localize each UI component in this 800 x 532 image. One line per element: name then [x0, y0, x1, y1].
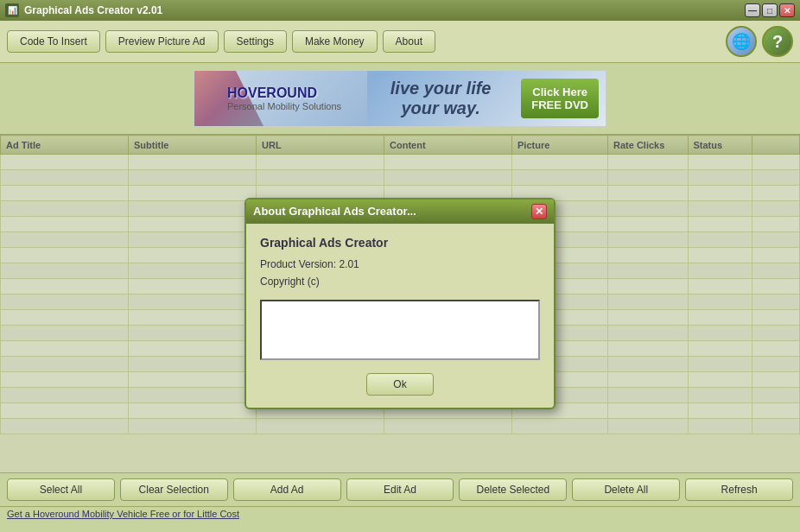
banner-brand: HOVEROUND	[201, 86, 360, 101]
bottom-toolbar: Select All Clear Selection Add Ad Edit A…	[0, 472, 800, 506]
close-button[interactable]: ✕	[779, 3, 795, 17]
banner-image[interactable]: HOVEROUND Personal Mobility Solutions li…	[194, 70, 606, 127]
modal-close-button[interactable]: ✕	[531, 204, 547, 219]
globe-button[interactable]: 🌐	[726, 26, 757, 57]
title-bar: 📊 Graphical Ads Creator v2.01 — □ ✕	[0, 0, 800, 21]
modal-copyright: Copyright (c)	[260, 276, 540, 288]
status-bar[interactable]: Get a Hoveround Mobility Vehicle Free or…	[0, 506, 800, 521]
delete-all-button[interactable]: Delete All	[572, 478, 680, 501]
preview-picture-ad-button[interactable]: Preview Picture Ad	[105, 30, 219, 53]
maximize-button[interactable]: □	[762, 3, 778, 17]
delete-selected-button[interactable]: Delete Selected	[459, 478, 567, 501]
select-all-button[interactable]: Select All	[7, 478, 115, 501]
edit-ad-button[interactable]: Edit Ad	[346, 478, 454, 501]
toolbar: Code To Insert Preview Picture Ad Settin…	[0, 21, 800, 63]
modal-version: Product Version: 2.01	[260, 258, 540, 270]
modal-textbox-wrapper	[260, 293, 540, 373]
banner-area: HOVEROUND Personal Mobility Solutions li…	[0, 63, 800, 134]
modal-body: Graphical Ads Creator Product Version: 2…	[246, 224, 554, 408]
about-modal: About Graphical Ads Creator... ✕ Graphic…	[244, 198, 556, 409]
modal-title: About Graphical Ads Creator...	[253, 205, 416, 218]
banner-cta-line1: Click Here	[531, 86, 588, 98]
modal-titlebar: About Graphical Ads Creator... ✕	[246, 200, 554, 224]
help-button[interactable]: ?	[762, 26, 793, 57]
modal-ok-button[interactable]: Ok	[366, 373, 433, 396]
status-text: Get a Hoveround Mobility Vehicle Free or…	[7, 509, 239, 519]
minimize-button[interactable]: —	[745, 3, 760, 17]
modal-overlay: About Graphical Ads Creator... ✕ Graphic…	[0, 134, 800, 472]
banner-slogan: live your life your way.	[367, 79, 514, 118]
modal-textbox[interactable]	[260, 300, 540, 360]
banner-tagline: Personal Mobility Solutions	[201, 101, 360, 111]
banner-left: HOVEROUND Personal Mobility Solutions	[194, 71, 367, 126]
window-title: Graphical Ads Creator v2.01	[24, 4, 745, 16]
banner-cta-line2: FREE DVD	[531, 98, 588, 111]
window-controls: — □ ✕	[745, 3, 795, 17]
refresh-button[interactable]: Refresh	[685, 478, 793, 501]
settings-button[interactable]: Settings	[224, 30, 287, 53]
app-icon: 📊	[5, 3, 19, 17]
code-to-insert-button[interactable]: Code To Insert	[7, 30, 100, 53]
add-ad-button[interactable]: Add Ad	[233, 478, 341, 501]
make-money-button[interactable]: Make Money	[292, 30, 378, 53]
banner-cta[interactable]: Click Here FREE DVD	[521, 79, 599, 118]
modal-app-name: Graphical Ads Creator	[260, 236, 540, 250]
clear-selection-button[interactable]: Clear Selection	[120, 478, 228, 501]
about-button[interactable]: About	[383, 30, 435, 53]
main-area: Ad Title Subtitle URL Content Picture Ra…	[0, 134, 800, 472]
